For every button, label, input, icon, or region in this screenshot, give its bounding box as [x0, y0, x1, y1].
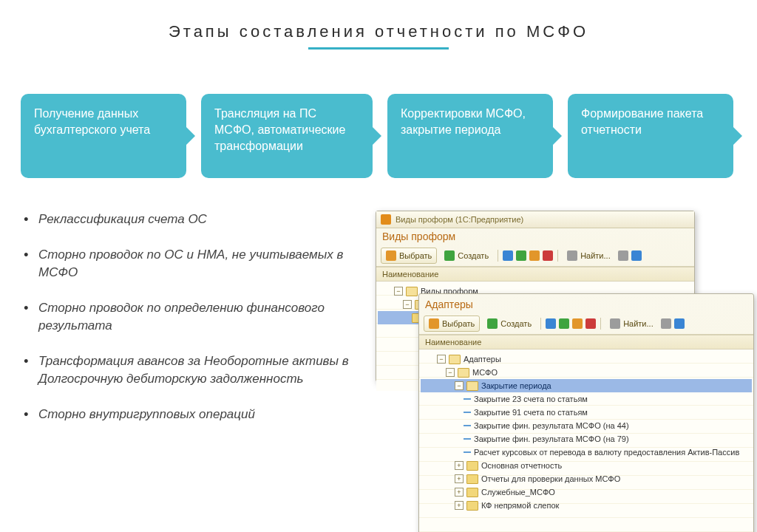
folder-icon	[466, 461, 478, 471]
bullet-item: Сторно проводок по определению финансово…	[21, 299, 361, 335]
create-button[interactable]: Создать	[483, 316, 536, 331]
tree-row[interactable]: +Служебные_МСФО	[421, 485, 752, 499]
bullet-list: Реклассификация счета ОС Сторно проводок…	[21, 211, 361, 441]
stage-4: Формирование пакета отчетности	[568, 94, 733, 178]
window-adapters: Адаптеры Выбрать Создать Найти... Наимен…	[418, 293, 754, 532]
folder-icon	[466, 474, 478, 484]
window-heading: Виды проформ	[376, 228, 694, 245]
stages-row: Получение данных бухгалтерского учета Тр…	[21, 94, 736, 178]
slide-title: Этапы составления отчетности по МСФО	[21, 22, 736, 41]
select-button[interactable]: Выбрать	[381, 248, 437, 264]
folder-icon	[466, 488, 478, 497]
toolbar: Выбрать Создать Найти...	[376, 245, 694, 267]
stage-3: Корректировки МСФО, закрытие периода	[387, 94, 553, 178]
plus-icon	[487, 318, 498, 329]
zoom-icon[interactable]	[618, 250, 628, 261]
title-underline	[308, 47, 449, 50]
column-header: Наименование	[376, 267, 694, 282]
item-icon	[464, 438, 471, 440]
item-icon	[464, 425, 471, 426]
screenshots-area: Виды проформ (1С:Предприятие) Виды профо…	[376, 211, 736, 441]
tree-row[interactable]: +КФ непрямой слепок	[421, 499, 752, 512]
expand-icon[interactable]: +	[455, 461, 464, 470]
plus-icon	[444, 250, 455, 261]
separator	[498, 250, 498, 262]
tree-row[interactable]: Расчет курсовых от перевода в валюту пре…	[421, 446, 752, 459]
separator	[540, 318, 541, 330]
folder-add-icon[interactable]	[516, 250, 526, 261]
expand-icon[interactable]: +	[455, 488, 464, 497]
folder-icon	[466, 381, 478, 391]
collapse-icon[interactable]: −	[446, 368, 455, 377]
collapse-icon[interactable]: −	[437, 355, 446, 364]
window-titlebar: Виды проформ (1С:Предприятие)	[376, 211, 694, 228]
edit-icon[interactable]	[572, 318, 583, 329]
delete-icon[interactable]	[543, 250, 553, 261]
slide: Этапы составления отчетности по МСФО Пол…	[0, 0, 757, 532]
tree-row-selected[interactable]: −Закрытие периода	[421, 379, 752, 392]
select-button[interactable]: Выбрать	[424, 316, 480, 332]
item-icon	[464, 398, 471, 400]
tree-row[interactable]: Закрытие фин. результата МСФО (на 44)	[421, 419, 752, 432]
stage-1: Получение данных бухгалтерского учета	[21, 94, 186, 178]
bullet-item: Сторно внутригрупповых операций	[21, 406, 361, 423]
separator	[600, 318, 601, 330]
window-heading: Адаптеры	[419, 294, 753, 313]
collapse-icon[interactable]: −	[394, 287, 403, 296]
tree-row[interactable]: Закрытие 91 счета по статьям	[421, 406, 752, 419]
expand-icon[interactable]: +	[455, 474, 464, 483]
tree: −Адаптеры −МСФО −Закрытие периода Закрыт…	[419, 349, 753, 532]
copy-icon[interactable]	[546, 318, 556, 329]
delete-icon[interactable]	[585, 318, 596, 329]
app-icon	[381, 214, 391, 225]
column-header: Наименование	[419, 335, 753, 349]
find-button[interactable]: Найти...	[605, 316, 658, 331]
item-icon	[464, 451, 471, 453]
folder-icon	[466, 501, 478, 511]
tree-row[interactable]: +Отчеты для проверки данных МСФО	[421, 472, 752, 485]
folder-icon	[406, 287, 418, 296]
item-icon	[464, 412, 471, 413]
refresh-icon[interactable]	[631, 250, 642, 261]
find-button[interactable]: Найти...	[563, 248, 615, 263]
bullet-item: Реклассификация счета ОС	[21, 211, 361, 228]
stage-2: Трансляция на ПС МСФО, автоматические тр…	[201, 94, 373, 178]
tree-row[interactable]: Закрытие фин. результата МСФО (на 79)	[421, 432, 752, 446]
tree-row[interactable]: −Адаптеры	[421, 352, 752, 366]
search-icon	[567, 250, 577, 261]
folder-icon	[449, 355, 461, 364]
collapse-icon[interactable]: −	[455, 381, 464, 390]
tree-row[interactable]: Закрытие 23 счета по статьям	[421, 392, 752, 406]
folder-icon	[458, 368, 469, 378]
collapse-icon[interactable]: −	[403, 300, 412, 309]
copy-icon[interactable]	[503, 250, 513, 261]
tree-row[interactable]: −МСФО	[421, 366, 752, 379]
select-icon	[429, 318, 439, 329]
tree-row[interactable]: +Основная отчетность	[421, 459, 752, 472]
separator	[557, 250, 558, 262]
toolbar: Выбрать Создать Найти...	[419, 313, 753, 335]
zoom-icon[interactable]	[661, 318, 671, 329]
bullet-item: Сторно проводок по ОС и НМА, не учитывае…	[21, 246, 361, 282]
create-button[interactable]: Создать	[440, 248, 493, 263]
bullet-item: Трансформация авансов за Необоротные акт…	[21, 352, 361, 388]
expand-icon[interactable]: +	[455, 501, 464, 510]
search-icon	[610, 318, 620, 329]
window-title: Виды проформ (1С:Предприятие)	[396, 215, 523, 224]
select-icon	[386, 250, 396, 261]
folder-add-icon[interactable]	[559, 318, 569, 329]
edit-icon[interactable]	[529, 250, 540, 261]
refresh-icon[interactable]	[674, 318, 685, 329]
